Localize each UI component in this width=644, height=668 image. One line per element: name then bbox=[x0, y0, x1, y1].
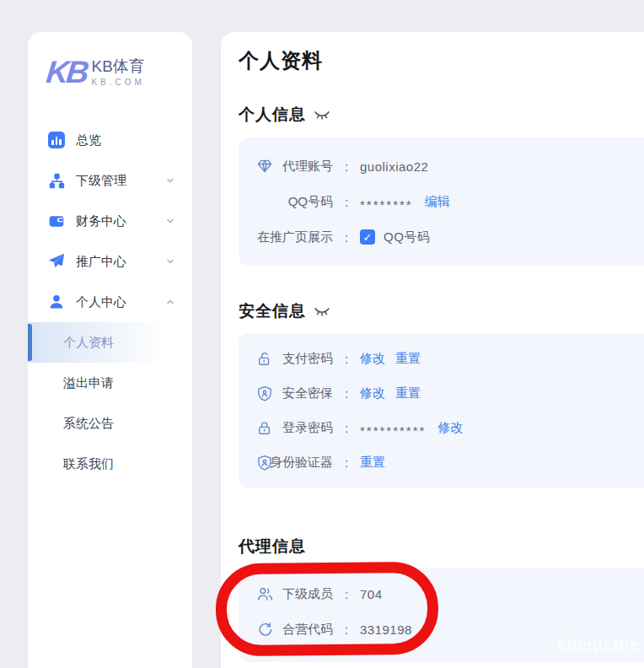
submenu-label: 个人资料 bbox=[63, 335, 114, 351]
refresh-icon bbox=[255, 620, 274, 638]
personal-info-card: 代理账号 : guolixiao22 QQ号码 : ******** 编辑 在推… bbox=[239, 137, 644, 266]
bar-chart-icon bbox=[48, 132, 65, 148]
qq-number-row: QQ号码 : ******** 编辑 bbox=[239, 184, 644, 219]
modify-link[interactable]: 修改 bbox=[360, 385, 385, 401]
chevron-down-icon bbox=[165, 216, 175, 226]
security-info-card: 支付密码 : 修改 重置 安全密保 : 修改 重置 bbox=[239, 333, 644, 488]
sidebar-subitem-profile[interactable]: 个人资料 bbox=[28, 322, 192, 363]
sidebar-subitem-overflow-request[interactable]: 溢出申请 bbox=[28, 363, 192, 403]
sidebar-item-promotion[interactable]: 推广中心 bbox=[28, 241, 192, 282]
main-panel: 个人资料 个人信息 代理账号 : guolixiao22 QQ号码 : ****… bbox=[221, 32, 644, 668]
field-label: QQ号码 bbox=[255, 194, 333, 210]
user-icon bbox=[48, 294, 65, 310]
qq-number-masked: ******** bbox=[360, 192, 413, 212]
wallet-icon bbox=[48, 213, 65, 229]
kb-logo-mark: KB bbox=[45, 57, 88, 88]
watermark: shequ.me bbox=[557, 635, 639, 655]
field-label: 在推广页展示 bbox=[255, 229, 333, 245]
section-title-security: 安全信息 bbox=[239, 301, 306, 321]
sidebar-item-finance[interactable]: 财务中心 bbox=[28, 201, 192, 241]
sidebar-item-overview[interactable]: 总览 bbox=[28, 120, 192, 160]
sidebar-item-label: 个人中心 bbox=[76, 294, 165, 310]
reset-link[interactable]: 重置 bbox=[395, 385, 421, 401]
affiliate-code-value: 3319198 bbox=[360, 622, 412, 637]
agent-account-row: 代理账号 : guolixiao22 bbox=[239, 148, 644, 184]
kb-logo: KB KB体育 KB.COM bbox=[28, 32, 192, 91]
kb-logo-subtitle: KB.COM bbox=[91, 78, 144, 87]
gem-icon bbox=[255, 157, 274, 175]
submenu-label: 系统公告 bbox=[63, 416, 114, 432]
submenu-label: 溢出申请 bbox=[63, 375, 114, 391]
section-title-personal: 个人信息 bbox=[239, 105, 306, 125]
pay-password-row: 支付密码 : 修改 重置 bbox=[239, 342, 644, 376]
section-title-agent: 代理信息 bbox=[239, 536, 306, 557]
sidebar-item-label: 推广中心 bbox=[76, 254, 165, 270]
chevron-down-icon bbox=[165, 256, 175, 267]
eye-closed-icon bbox=[314, 305, 330, 318]
modify-link[interactable]: 修改 bbox=[437, 420, 463, 436]
shield-user-icon bbox=[255, 454, 274, 472]
sidebar: KB KB体育 KB.COM 总览 下级管理 bbox=[28, 32, 192, 668]
login-password-row: 登录密码 : ********** 修改 bbox=[239, 411, 644, 445]
modify-link[interactable]: 修改 bbox=[360, 351, 385, 367]
page-title: 个人资料 bbox=[239, 47, 644, 74]
users-icon bbox=[255, 584, 274, 603]
paper-plane-icon bbox=[48, 253, 65, 270]
kb-logo-title: KB体育 bbox=[91, 57, 144, 76]
sidebar-subitem-contact-us[interactable]: 联系我们 bbox=[28, 444, 192, 484]
authenticator-row: 身份验证器 : 重置 bbox=[239, 445, 644, 480]
login-password-masked: ********** bbox=[360, 418, 426, 438]
sidebar-item-subordinates[interactable]: 下级管理 bbox=[28, 160, 192, 201]
sidebar-subitem-system-notice[interactable]: 系统公告 bbox=[28, 403, 192, 444]
qq-display-checkbox[interactable]: ✓ bbox=[360, 229, 375, 245]
sidebar-item-label: 财务中心 bbox=[76, 213, 165, 229]
sidebar-menu: 总览 下级管理 财务中心 bbox=[28, 120, 192, 484]
reset-link[interactable]: 重置 bbox=[360, 455, 385, 471]
checkbox-label: QQ号码 bbox=[384, 229, 430, 245]
chevron-down-icon bbox=[165, 175, 175, 186]
subordinate-members-value: 704 bbox=[360, 587, 383, 601]
sidebar-item-personal-center[interactable]: 个人中心 bbox=[28, 282, 192, 322]
reset-link[interactable]: 重置 bbox=[395, 351, 421, 367]
edit-link[interactable]: 编辑 bbox=[425, 194, 450, 210]
shield-user-icon bbox=[255, 385, 274, 403]
submenu-label: 联系我们 bbox=[63, 456, 114, 472]
hierarchy-icon bbox=[48, 172, 65, 189]
chevron-up-icon bbox=[165, 297, 175, 307]
agent-account-value: guolixiao22 bbox=[360, 159, 428, 174]
eye-closed-icon bbox=[314, 109, 330, 121]
subordinate-members-row: 下级成员 : 704 bbox=[239, 576, 644, 611]
sidebar-item-label: 下级管理 bbox=[76, 173, 165, 189]
sidebar-item-label: 总览 bbox=[76, 132, 175, 148]
lock-open-icon bbox=[255, 350, 274, 369]
lock-icon bbox=[255, 419, 274, 438]
promo-display-row: 在推广页展示 : ✓ QQ号码 bbox=[239, 219, 644, 255]
security-question-row: 安全密保 : 修改 重置 bbox=[239, 376, 644, 411]
